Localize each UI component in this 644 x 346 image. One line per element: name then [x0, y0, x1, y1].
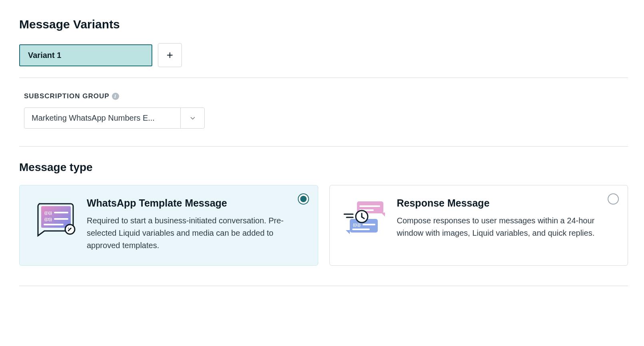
- svg-text:{{1}}: {{1}}: [353, 223, 361, 227]
- card-body: Response Message Compose responses to us…: [397, 197, 610, 239]
- variant-tab-label: Variant 1: [28, 51, 61, 60]
- subscription-group-selected-value: Marketing WhatsApp Numbers E...: [24, 108, 180, 128]
- svg-text:{{1}}: {{1}}: [44, 211, 52, 215]
- card-body: WhatsApp Template Message Required to st…: [87, 197, 300, 252]
- variant-tab-1[interactable]: Variant 1: [19, 44, 152, 66]
- info-icon[interactable]: i: [112, 93, 119, 100]
- subscription-group-select[interactable]: Marketing WhatsApp Numbers E...: [24, 107, 205, 129]
- radio-selected[interactable]: [298, 193, 309, 205]
- divider: [19, 146, 628, 147]
- template-message-icon: {{1}} {{2}}: [31, 197, 79, 237]
- card-title: Response Message: [397, 197, 610, 209]
- variants-row: Variant 1 +: [19, 43, 628, 67]
- plus-icon: +: [167, 49, 173, 62]
- response-message-icon: {{1}}: [341, 197, 389, 237]
- svg-text:{{2}}: {{2}}: [44, 217, 52, 221]
- message-type-card-response[interactable]: {{1}} Response Message Compose responses…: [329, 185, 628, 266]
- chevron-down-icon: [180, 108, 204, 128]
- add-variant-button[interactable]: +: [158, 43, 182, 67]
- card-description: Required to start a business-initiated c…: [87, 215, 300, 252]
- subscription-group-label: SUBSCRIPTION GROUP i: [24, 92, 119, 100]
- svg-marker-15: [346, 230, 350, 234]
- radio-unselected[interactable]: [608, 193, 619, 205]
- divider: [19, 286, 628, 286]
- card-description: Compose responses to user messages withi…: [397, 215, 610, 239]
- message-type-title: Message type: [19, 161, 628, 174]
- subscription-section: SUBSCRIPTION GROUP i Marketing WhatsApp …: [19, 78, 628, 146]
- card-title: WhatsApp Template Message: [87, 197, 300, 209]
- message-type-card-template[interactable]: {{1}} {{2}} WhatsApp Template Message Re…: [19, 185, 318, 266]
- message-type-options: {{1}} {{2}} WhatsApp Template Message Re…: [19, 185, 628, 266]
- svg-marker-10: [381, 213, 385, 217]
- subscription-group-label-text: SUBSCRIPTION GROUP: [24, 92, 110, 100]
- message-variants-title: Message Variants: [19, 18, 628, 31]
